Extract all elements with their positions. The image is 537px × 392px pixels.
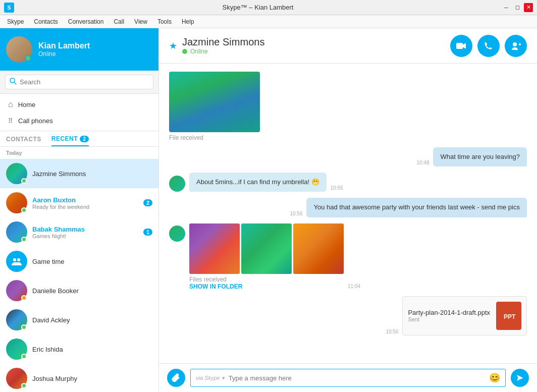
status-indicator	[21, 207, 27, 213]
contact-info: Jazmine Simmons	[32, 170, 152, 178]
add-contact-button[interactable]	[505, 35, 527, 57]
online-status-indicator	[25, 55, 31, 62]
contact-name: David Ackley	[32, 316, 152, 324]
status-indicator	[21, 383, 27, 388]
contact-info: Game time	[32, 258, 152, 265]
contact-item[interactable]: Game time	[0, 247, 158, 276]
contact-item[interactable]: Joshua Murphy	[0, 364, 158, 392]
search-icon	[10, 78, 17, 86]
message-avatar	[169, 226, 185, 242]
window-controls: ─ ◻ ✕	[502, 3, 533, 12]
contact-avatar	[6, 221, 27, 243]
file-name: Party-plan-2014-1-draft.pptx	[408, 309, 490, 316]
minimize-button[interactable]: ─	[502, 3, 511, 12]
skype-logo: S	[4, 3, 14, 13]
file-sent-label: Sent	[408, 316, 490, 322]
status-indicator	[21, 354, 27, 359]
avatar-wrapper	[6, 36, 32, 63]
search-box	[5, 75, 153, 89]
unread-badge: 1	[143, 229, 152, 236]
contact-name: Babak Shammas	[32, 226, 138, 233]
attach-button[interactable]	[167, 369, 185, 387]
profile-area: Kian Lambert Online	[0, 28, 158, 71]
search-input[interactable]	[20, 78, 149, 86]
photo-thumb	[241, 223, 292, 274]
message-bubble: About 5mins...if I can find my umbrella!…	[189, 173, 327, 192]
profile-info: Kian Lambert Online	[38, 41, 90, 58]
emoji-button[interactable]: 😊	[489, 372, 500, 383]
message-bubble: What time are you leaving?	[433, 147, 527, 166]
chat-header: ★ Jazmine Simmons Online	[159, 28, 537, 64]
chat-panel: ★ Jazmine Simmons Online	[159, 28, 537, 392]
voice-call-button[interactable]	[477, 35, 500, 57]
contact-info: Babak Shammas Games Night!	[32, 226, 138, 239]
contact-info: Eric Ishida	[32, 346, 152, 353]
menubar: Skype Contacts Conversation Call View To…	[0, 15, 537, 28]
contact-item[interactable]: Eric Ishida	[0, 334, 158, 364]
menu-call[interactable]: Call	[110, 17, 128, 26]
svg-point-3	[17, 258, 20, 261]
contact-info: Joshua Murphy	[32, 375, 152, 382]
menu-tools[interactable]: Tools	[153, 17, 176, 26]
titlebar: S Skype™ – Kian Lambert ─ ◻ ✕	[0, 0, 537, 15]
svg-line-1	[14, 82, 16, 84]
tabs-row: CONTACTS RECENT2	[0, 131, 158, 147]
menu-view[interactable]: View	[130, 17, 151, 26]
nav-home-label: Home	[18, 101, 36, 108]
menu-help[interactable]: Help	[178, 17, 198, 26]
nav-call-phones[interactable]: ⠿ Call phones	[0, 113, 158, 129]
message-row: 10:56 Party-plan-2014-1-draft.pptx Sent …	[169, 296, 527, 335]
favorite-icon[interactable]: ★	[169, 40, 177, 51]
message-row: 10:56 You had that awesome party with yo…	[169, 198, 527, 217]
photo-group	[189, 223, 344, 274]
contact-item[interactable]: Jazmine Simmons	[0, 159, 158, 188]
chat-header-right	[450, 35, 527, 57]
tab-contacts[interactable]: CONTACTS	[6, 136, 41, 146]
show-in-folder[interactable]: SHOW IN FOLDER	[189, 283, 344, 290]
profile-name: Kian Lambert	[38, 41, 90, 50]
group-avatar	[6, 251, 27, 272]
section-today: Today	[0, 147, 158, 159]
restore-button[interactable]: ◻	[513, 3, 522, 12]
tab-recent[interactable]: RECENT2	[51, 135, 89, 146]
photos-group-container: Files received SHOW IN FOLDER	[189, 223, 344, 290]
status-indicator	[21, 237, 27, 242]
contact-name: Joshua Murphy	[32, 375, 152, 382]
message-time: 10:48	[416, 160, 429, 166]
menu-conversation[interactable]: Conversation	[64, 17, 108, 26]
search-area	[0, 71, 158, 94]
menu-contacts[interactable]: Contacts	[30, 17, 62, 26]
pptx-icon: PPT	[496, 302, 521, 330]
message-input-wrapper: via Skype ▾ 😊	[190, 369, 506, 387]
contact-avatar	[6, 192, 27, 213]
contact-item[interactable]: Babak Shammas Games Night! 1	[0, 217, 158, 247]
contact-item[interactable]: Aaron Buxton Ready for the weekend 2	[0, 188, 158, 217]
file-received-label: File received	[169, 134, 527, 141]
chat-header-info: Jazmine Simmons Online	[182, 36, 264, 55]
contact-item[interactable]: David Ackley	[0, 305, 158, 334]
file-attachment: Party-plan-2014-1-draft.pptx Sent PPT	[402, 296, 527, 335]
chat-contact-name: Jazmine Simmons	[182, 36, 264, 48]
chat-messages: File received 10:48 What time are you le…	[159, 64, 537, 363]
contact-info: David Ackley	[32, 316, 152, 324]
nav-items: ⌂ Home ⠿ Call phones	[0, 94, 158, 131]
message-input[interactable]	[229, 374, 485, 382]
svg-point-2	[13, 258, 16, 261]
video-call-button[interactable]	[450, 35, 472, 57]
chat-header-left: ★ Jazmine Simmons Online	[169, 36, 264, 55]
close-button[interactable]: ✕	[524, 3, 533, 12]
contact-avatar	[6, 368, 27, 389]
message-time: 11:04	[348, 284, 360, 290]
nav-home[interactable]: ⌂ Home	[0, 96, 158, 113]
status-indicator	[21, 324, 27, 330]
menu-skype[interactable]: Skype	[3, 17, 28, 26]
main-layout: Kian Lambert Online ⌂ Home	[0, 28, 537, 392]
message-row: Files received SHOW IN FOLDER 11:04	[169, 223, 527, 290]
chat-status-text: Online	[190, 48, 208, 55]
message-time: 10:56	[386, 329, 398, 335]
contact-item[interactable]: Danielle Booker	[0, 276, 158, 305]
file-received-area: File received	[169, 72, 527, 141]
send-button[interactable]	[511, 369, 529, 387]
profile-status: Online	[38, 50, 90, 58]
contact-avatar	[6, 163, 27, 184]
